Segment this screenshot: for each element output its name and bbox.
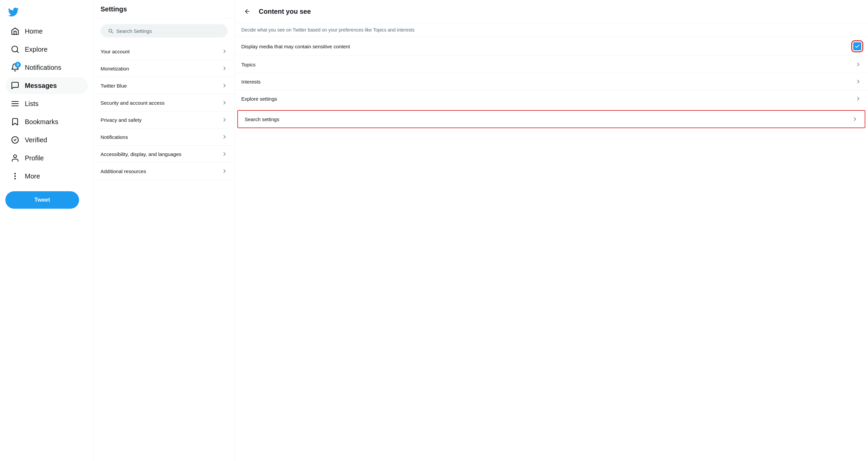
search-settings-bar[interactable]: Search Settings — [100, 24, 227, 37]
chevron-right-icon — [855, 96, 861, 102]
settings-panel: Settings Search Settings Your account Mo… — [94, 0, 235, 461]
twitter-bird-icon — [8, 7, 19, 18]
sidebar: Home Explore 9 Notifications — [0, 0, 94, 461]
lists-icon — [11, 99, 20, 108]
sidebar-item-notifications[interactable]: 9 Notifications — [5, 59, 88, 76]
sensitive-media-checkbox[interactable] — [853, 42, 861, 50]
profile-icon — [11, 154, 20, 163]
sidebar-item-home-label: Home — [25, 28, 42, 35]
sidebar-item-messages[interactable]: Messages — [5, 77, 88, 94]
settings-item-additional-label: Additional resources — [100, 168, 146, 174]
sidebar-item-profile-label: Profile — [25, 154, 44, 162]
svg-point-7 — [15, 176, 16, 176]
sidebar-item-explore[interactable]: Explore — [5, 41, 88, 58]
search-icon — [107, 28, 114, 34]
settings-item-notifications-label: Notifications — [100, 134, 128, 140]
chevron-right-icon — [855, 79, 861, 85]
sidebar-item-bookmarks[interactable]: Bookmarks — [5, 113, 88, 130]
chevron-right-icon — [221, 48, 227, 54]
content-item-topics-label: Topics — [241, 62, 256, 67]
svg-point-9 — [15, 178, 16, 179]
messages-icon — [11, 81, 20, 90]
svg-point-6 — [14, 155, 17, 158]
settings-item-security[interactable]: Security and account access — [94, 94, 234, 111]
settings-item-monetization-label: Monetization — [100, 66, 129, 71]
settings-menu: Your account Monetization Twitter Blue S… — [94, 43, 234, 180]
settings-item-your-account-label: Your account — [100, 49, 130, 54]
sidebar-item-profile[interactable]: Profile — [5, 150, 88, 166]
settings-item-additional[interactable]: Additional resources — [94, 163, 234, 180]
sidebar-item-lists[interactable]: Lists — [5, 95, 88, 112]
home-icon — [11, 27, 20, 35]
nav-items: Home Explore 9 Notifications — [5, 23, 88, 184]
content-item-explore-settings[interactable]: Explore settings — [235, 90, 868, 107]
sidebar-item-verified[interactable]: Verified — [5, 132, 88, 148]
sidebar-item-more[interactable]: More — [5, 168, 88, 184]
more-icon — [11, 172, 20, 180]
settings-item-monetization[interactable]: Monetization — [94, 60, 234, 77]
content-item-sensitive-media-label: Display media that may contain sensitive… — [241, 44, 350, 49]
sidebar-item-bookmarks-label: Bookmarks — [25, 118, 58, 126]
svg-point-8 — [15, 173, 16, 174]
content-item-search-settings-label: Search settings — [245, 116, 279, 122]
content-item-topics[interactable]: Topics — [235, 56, 868, 73]
notifications-icon: 9 — [11, 63, 20, 72]
twitter-logo[interactable] — [5, 4, 22, 20]
settings-item-privacy-label: Privacy and safety — [100, 117, 142, 123]
notifications-badge: 9 — [15, 62, 21, 68]
explore-icon — [11, 45, 20, 54]
chevron-right-icon — [221, 99, 227, 106]
settings-item-accessibility-label: Accessibility, display, and languages — [100, 151, 181, 157]
chevron-right-icon — [221, 117, 227, 123]
sidebar-item-verified-label: Verified — [25, 136, 47, 144]
sidebar-item-messages-label: Messages — [25, 82, 57, 90]
sidebar-item-lists-label: Lists — [25, 100, 38, 108]
content-items-list: Display media that may contain sensitive… — [235, 37, 868, 131]
settings-item-accessibility[interactable]: Accessibility, display, and languages — [94, 146, 234, 163]
verified-icon — [11, 136, 20, 144]
sidebar-item-explore-label: Explore — [25, 46, 48, 53]
content-item-interests-label: Interests — [241, 79, 261, 85]
chevron-right-icon — [221, 65, 227, 71]
content-item-interests[interactable]: Interests — [235, 73, 868, 90]
search-settings-placeholder: Search Settings — [116, 28, 152, 34]
content-panel: Content you see Decide what you see on T… — [235, 0, 868, 461]
settings-item-twitter-blue-label: Twitter Blue — [100, 83, 127, 89]
settings-item-security-label: Security and account access — [100, 100, 164, 106]
settings-item-your-account[interactable]: Your account — [94, 43, 234, 60]
content-header: Content you see — [235, 0, 868, 23]
tweet-button[interactable]: Tweet — [5, 191, 79, 209]
sidebar-item-home[interactable]: Home — [5, 23, 88, 39]
content-item-explore-settings-label: Explore settings — [241, 96, 277, 102]
chevron-right-icon — [221, 83, 227, 89]
checkmark-icon — [855, 44, 860, 49]
back-button[interactable] — [241, 5, 253, 18]
chevron-right-icon — [221, 134, 227, 140]
content-item-search-settings[interactable]: Search settings — [237, 110, 865, 128]
content-item-sensitive-media[interactable]: Display media that may contain sensitive… — [235, 37, 868, 56]
chevron-right-icon — [855, 61, 861, 67]
settings-item-twitter-blue[interactable]: Twitter Blue — [94, 77, 234, 94]
content-panel-subtitle: Decide what you see on Twitter based on … — [235, 23, 868, 37]
content-panel-title: Content you see — [259, 8, 311, 16]
settings-title: Settings — [94, 0, 234, 19]
chevron-right-icon — [852, 116, 858, 122]
sidebar-item-notifications-label: Notifications — [25, 64, 61, 71]
sidebar-item-more-label: More — [25, 172, 40, 180]
chevron-right-icon — [221, 168, 227, 174]
settings-item-privacy[interactable]: Privacy and safety — [94, 111, 234, 128]
settings-item-notifications[interactable]: Notifications — [94, 128, 234, 146]
chevron-right-icon — [221, 151, 227, 157]
bookmarks-icon — [11, 117, 20, 126]
back-arrow-icon — [244, 8, 251, 15]
